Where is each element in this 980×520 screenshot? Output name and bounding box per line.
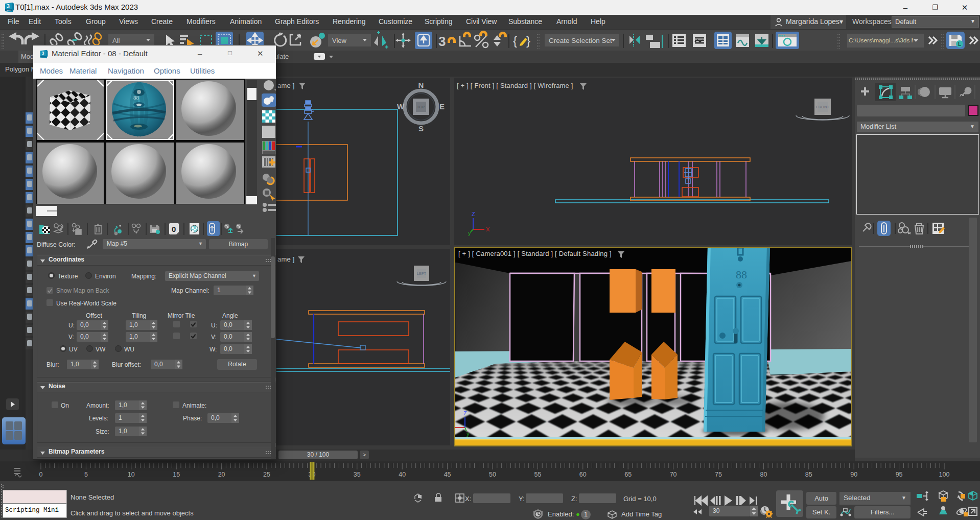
svg-text:70: 70 [670, 471, 677, 478]
svg-text:15: 15 [173, 471, 180, 478]
svg-text:X: X [486, 226, 490, 232]
svg-text:80: 80 [760, 471, 767, 478]
svg-text:10: 10 [128, 471, 135, 478]
svg-text:S: S [418, 124, 424, 133]
svg-text:90: 90 [850, 471, 857, 478]
svg-text:95: 95 [896, 471, 903, 478]
svg-text:E: E [439, 102, 445, 111]
svg-text:85: 85 [805, 471, 812, 478]
svg-text:55: 55 [534, 471, 541, 478]
svg-text:3: 3 [438, 34, 446, 49]
svg-text:L: L [958, 41, 961, 47]
svg-text:60: 60 [579, 471, 587, 478]
svg-text:50: 50 [489, 471, 496, 478]
svg-text:88: 88 [133, 94, 139, 101]
svg-text:TOP: TOP [417, 105, 425, 109]
svg-text:Z: Z [463, 410, 467, 416]
svg-text:W: W [397, 102, 405, 111]
svg-text:MAX: MAX [7, 10, 11, 12]
svg-text:}: } [526, 34, 530, 48]
svg-text:y: y [466, 431, 470, 437]
svg-text:N: N [418, 81, 424, 89]
svg-text:{: { [513, 34, 517, 48]
svg-text:3: 3 [7, 4, 10, 9]
svg-text:0: 0 [39, 471, 43, 478]
svg-text:35: 35 [354, 471, 361, 478]
svg-text:LEFT: LEFT [417, 271, 427, 276]
svg-text:25: 25 [263, 471, 270, 478]
svg-text:0: 0 [172, 225, 176, 233]
svg-text:View: View [332, 37, 347, 44]
svg-text:All: All [112, 37, 120, 44]
svg-text:40: 40 [399, 471, 406, 478]
svg-text:y: y [468, 230, 471, 236]
svg-text:100: 100 [939, 471, 950, 478]
svg-text:FRONT: FRONT [816, 105, 829, 109]
svg-text:Create Selection Set: Create Selection Set [549, 37, 612, 44]
svg-text:65: 65 [624, 471, 632, 478]
svg-text:88: 88 [736, 268, 747, 281]
svg-text:45: 45 [444, 471, 451, 478]
svg-text:5: 5 [84, 471, 88, 478]
svg-text:75: 75 [715, 471, 722, 478]
svg-text:Z: Z [472, 211, 475, 217]
svg-text:20: 20 [218, 471, 225, 478]
svg-text:3: 3 [41, 51, 44, 56]
